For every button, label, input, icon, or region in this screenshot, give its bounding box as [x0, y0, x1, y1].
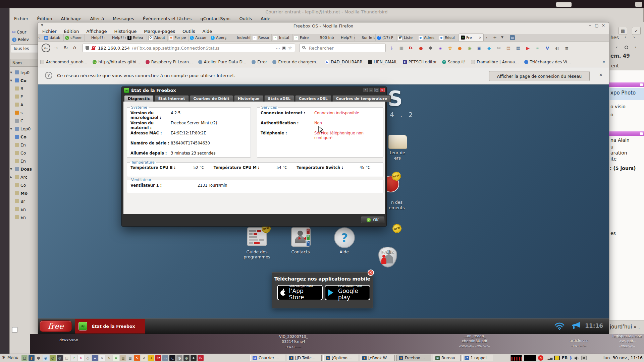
taskbar-clock[interactable]: lun. 30 nov., 11:16	[584, 355, 643, 360]
tb-folder-row[interactable]: Mo	[10, 189, 38, 197]
dialog-minimize-icon[interactable]: –	[369, 88, 373, 92]
notification-close-icon[interactable]: ✕	[599, 72, 603, 77]
bookmark-item[interactable]: Téléchargez des Vi...	[524, 60, 571, 64]
dialog-tab[interactable]: Historique	[234, 95, 263, 102]
search-bar[interactable]: Rechercher	[299, 44, 386, 52]
keyboard-layout[interactable]: FR	[562, 356, 568, 360]
tb-folder-row[interactable]: Co	[10, 149, 38, 157]
firefox-menu-item[interactable]: Affichage	[86, 29, 107, 34]
network-login-button[interactable]: Afficher la page de connexion du réseau	[489, 71, 590, 81]
thunderbird-menu-item[interactable]: Aller à	[90, 16, 104, 21]
ok-button[interactable]: ✓ OK	[361, 217, 384, 223]
launcher-icon[interactable]: ☻	[36, 355, 42, 361]
thunderbird-menu-item[interactable]: gContactSync	[200, 16, 230, 21]
browser-tab[interactable]: Sur le bo	[355, 34, 376, 41]
launcher-icon[interactable]: ▥	[120, 355, 126, 361]
contacts-label[interactable]: Contacts	[284, 249, 317, 254]
thunderbird-menu-item[interactable]: Édition	[37, 16, 52, 21]
firefox-menu-item[interactable]: Aide	[203, 29, 212, 34]
extension-icon[interactable]: ▥	[398, 45, 405, 51]
bookmark-item[interactable]: Framalibre | Annua...	[471, 60, 519, 64]
tb-folder-row[interactable]: ▶ Arc	[10, 173, 38, 181]
dialog-tab[interactable]: Stats xDSL	[264, 95, 294, 102]
tb-folder-row[interactable]: A	[10, 101, 38, 109]
url-bar[interactable]: 192.168.0.254 /#Fbx.os.app.settings.Conn…	[83, 44, 295, 52]
today-circle-icon[interactable]	[625, 46, 628, 49]
launcher-icon[interactable]: ●	[183, 355, 190, 361]
taskbar-menu-button[interactable]: ✱ Menu	[2, 355, 18, 360]
desktop-file-label[interactable]: ...on_reaap_chemin30.pdf-rw-r--r-- -rw-r…	[453, 334, 496, 349]
minimize-icon[interactable]: –	[587, 23, 593, 28]
thunderbird-menu-item[interactable]: Messages	[113, 16, 134, 21]
tb-folder-row[interactable]: Br	[10, 197, 38, 205]
extension-icon[interactable]: ✱	[427, 45, 434, 51]
contacts-icon[interactable]: A B C	[291, 227, 311, 247]
free-menu-button[interactable]: free	[40, 320, 72, 332]
bluetooth-icon[interactable]: ᛒ	[570, 356, 572, 360]
next-arrow-icon[interactable]: ›	[633, 35, 635, 40]
dialog-close-icon[interactable]: ✕	[380, 88, 385, 92]
browser-tab[interactable]: Indexhibi	[230, 34, 251, 41]
bookmark-item[interactable]: Erreur de chargem...	[272, 60, 320, 64]
save-page-icon[interactable]: ▣	[282, 46, 286, 50]
extension-icon[interactable]: ◈	[437, 45, 444, 51]
browser-tab[interactable]: t Accue	[189, 34, 209, 41]
tb-event[interactable]: na Alain	[610, 137, 644, 143]
file-explorer-icon[interactable]	[388, 135, 407, 149]
launcher-icon[interactable]: ✎	[106, 355, 112, 361]
dialog-maximize-icon[interactable]: ▢	[374, 88, 379, 92]
browser-tab[interactable]: ✓ Resso	[251, 34, 272, 41]
banner-close-icon[interactable]: ✕	[368, 269, 374, 276]
volume-icon[interactable]	[574, 356, 579, 360]
extension-icon[interactable]: ▶	[525, 45, 531, 51]
launcher-icon[interactable]: ↓	[148, 355, 154, 361]
tb-folder-row[interactable]: s	[10, 109, 38, 117]
tb-folder-row[interactable]: ▼ lep0	[10, 68, 38, 76]
launcher-icon[interactable]: ▤	[64, 355, 70, 361]
maximize-icon[interactable]: ▢	[594, 23, 600, 28]
calendar-icon[interactable]: ▦	[619, 27, 627, 35]
extension-icon[interactable]: ≡	[564, 45, 570, 51]
tasks-icon[interactable]: ✓	[632, 27, 641, 35]
browser-tab[interactable]: Help?! : I	[334, 34, 355, 41]
desktop-file-label[interactable]: VID_20200713_032149.mp4-rwxr-----	[275, 335, 312, 350]
launcher-icon[interactable]: ◍	[57, 355, 63, 361]
taskbar-window-button[interactable]: ◔ 1 rappel	[462, 355, 493, 361]
extension-icon[interactable]: ✿	[447, 45, 453, 51]
tb-event[interactable]: ite	[610, 156, 644, 162]
tb-event[interactable]: o visio	[610, 104, 644, 109]
tb-folder-row[interactable]: ▼ Co	[10, 76, 38, 84]
bookmark-item[interactable]: ▮ PETSCII editor	[403, 60, 437, 64]
dialog-help-icon[interactable]: ?	[363, 88, 368, 92]
tb-folder-row[interactable]: ▼ Doss	[10, 165, 38, 173]
aide-label[interactable]: Aide	[327, 249, 361, 254]
tb-inbox-tab[interactable]: ✉ Cour	[12, 29, 38, 36]
dialog-tab[interactable]: État Internet	[155, 95, 189, 102]
launcher-icon[interactable]: ▭	[162, 355, 168, 361]
tb-event[interactable]: xpo Photo	[610, 90, 644, 96]
taskbar-window-button[interactable]: ◗ [Optimo ...	[323, 355, 358, 361]
list-all-tabs-icon[interactable]: ▼	[501, 36, 503, 39]
extension-icon[interactable]: V	[544, 45, 551, 51]
monitor-graph-icon[interactable]	[524, 355, 536, 361]
bookmark-item[interactable]: Atelier Pure Data D...	[198, 60, 247, 64]
browser-tab[interactable]: Help?! : I	[105, 34, 126, 41]
thunderbird-menu-item[interactable]: Outils	[239, 16, 252, 21]
close-icon[interactable]: ✕	[600, 23, 606, 28]
display-icon[interactable]	[554, 356, 560, 360]
browser-tab[interactable]: W Liste	[396, 34, 417, 41]
taskbar-window-button[interactable]: ✉ Courrier ...	[250, 355, 285, 361]
extension-icon[interactable]: ●	[418, 45, 424, 51]
launcher-icon[interactable]: ❖	[78, 355, 84, 361]
security-shield-icon[interactable]: ✕	[538, 355, 543, 361]
browser-tab[interactable]: ◆ For pe	[168, 34, 189, 41]
back-icon[interactable]: ←	[42, 44, 50, 52]
desktop-file-label[interactable]: drwxr-xr-x	[54, 338, 84, 343]
new-tab-icon[interactable]: +	[493, 35, 497, 40]
dialog-tab[interactable]: Courbes de Débit	[190, 95, 233, 102]
browser-tab[interactable]: ● Résul	[438, 34, 459, 41]
tb-folder-row[interactable]: Co	[10, 133, 38, 141]
extension-icon[interactable]: ◉	[466, 45, 473, 51]
launcher-icon[interactable]: ✚	[191, 355, 197, 361]
firefox-menu-item[interactable]: Édition	[64, 29, 79, 34]
